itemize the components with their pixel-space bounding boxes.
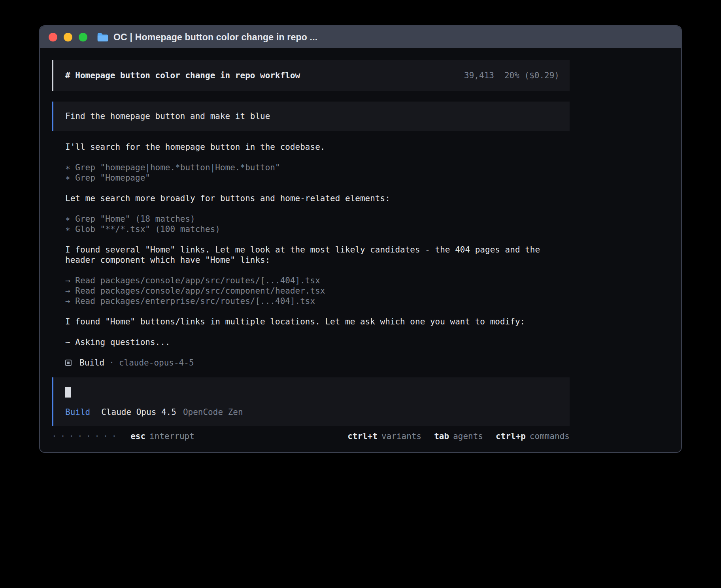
shortcut-interrupt: escinterrupt (130, 431, 194, 441)
composer-mode[interactable]: Build (65, 407, 90, 417)
spinner-dots: ········ (52, 431, 120, 441)
agent-name: Build (79, 358, 104, 368)
user-message-text: Find the homepage button and make it blu… (65, 111, 270, 121)
traffic-lights (49, 33, 87, 41)
transcript-line: I found several "Home" links. Let me loo… (65, 245, 555, 265)
transcript-line: ∗ Grep "Homepage" (65, 173, 555, 183)
composer-model: Claude Opus 4.5 (101, 407, 176, 417)
zoom-button[interactable] (79, 33, 87, 41)
terminal-window: OC | Homepage button color change in rep… (39, 25, 682, 453)
minimize-button[interactable] (64, 33, 72, 41)
transcript-line: ∗ Grep "Home" (18 matches) (65, 214, 555, 224)
transcript-line: → Read packages/enterprise/src/routes/[.… (65, 296, 555, 306)
agents-label: agents (453, 432, 483, 441)
token-count: 39,413 (464, 70, 494, 81)
composer-provider: OpenCode Zen (183, 407, 243, 417)
session-usage: 39,413 20% ($0.29) (464, 70, 559, 81)
shortcut-variants: ctrl+tvariants (347, 431, 421, 441)
session-title: # Homepage button color change in repo w… (65, 70, 300, 81)
agent-model: claude-opus-4-5 (119, 358, 194, 368)
agent-status-line: Build · claude-opus-4-5 (52, 358, 681, 368)
esc-key: esc (130, 432, 145, 441)
variants-key: ctrl+t (347, 432, 377, 441)
variants-label: variants (381, 432, 421, 441)
composer-meta: Build Claude Opus 4.5 OpenCode Zen (65, 407, 570, 417)
transcript-line: I found "Home" buttons/links in multiple… (65, 317, 555, 327)
session-header: # Homepage button color change in repo w… (52, 60, 570, 91)
close-button[interactable] (49, 33, 57, 41)
transcript-line: ∗ Glob "**/*.tsx" (100 matches) (65, 224, 555, 234)
transcript-line: → Read packages/console/app/src/componen… (65, 286, 555, 296)
transcript-line: ~ Asking questions... (65, 337, 555, 347)
transcript-line: → Read packages/console/app/src/routes/[… (65, 275, 555, 286)
transcript-line: Let me search more broadly for buttons a… (65, 193, 555, 204)
transcript-line: ∗ Grep "homepage|home.*button|Home.*butt… (65, 162, 555, 173)
context-cost: 20% ($0.29) (504, 70, 559, 81)
commands-key: ctrl+p (496, 432, 526, 441)
user-message: Find the homepage button and make it blu… (52, 102, 570, 131)
shortcut-agents: tabagents (434, 431, 483, 441)
commands-label: commands (530, 432, 570, 441)
text-cursor (65, 387, 71, 398)
transcript-line: I'll search for the homepage button in t… (65, 142, 555, 152)
status-bar: ········ escinterrupt ctrl+tvariants tab… (52, 431, 570, 441)
window-title: OC | Homepage button color change in rep… (113, 32, 317, 43)
agent-separator: · (109, 358, 114, 368)
folder-icon (97, 32, 109, 42)
assistant-transcript: I'll search for the homepage button in t… (52, 142, 570, 347)
agents-key: tab (434, 432, 449, 441)
terminal-content: # Homepage button color change in repo w… (40, 48, 681, 441)
agent-icon (65, 360, 72, 366)
esc-label: interrupt (149, 432, 194, 441)
prompt-input[interactable]: Build Claude Opus 4.5 OpenCode Zen (52, 377, 570, 426)
window-titlebar[interactable]: OC | Homepage button color change in rep… (40, 26, 681, 48)
shortcut-commands: ctrl+pcommands (496, 431, 570, 441)
